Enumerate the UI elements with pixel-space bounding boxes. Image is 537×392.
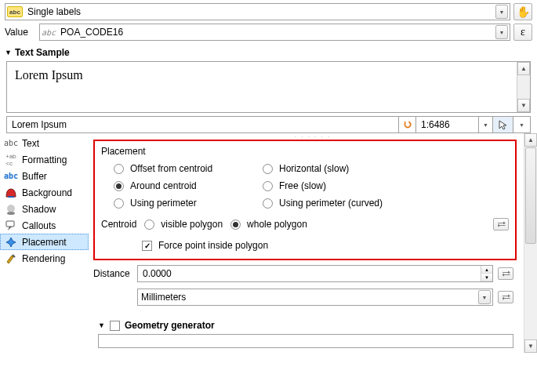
placement-icon [5, 236, 17, 249]
data-defined-override-button[interactable]: ⮂ [498, 291, 513, 303]
sidebar-item-callouts[interactable]: Callouts [0, 217, 89, 234]
spin-up-icon[interactable]: ▲ [481, 266, 492, 274]
scroll-down-icon[interactable]: ▼ [517, 99, 530, 112]
text-sample-header[interactable]: ▼ Text Sample [0, 44, 537, 61]
sidebar-item-label: Placement [22, 237, 67, 248]
value-field-combo[interactable]: abc POA_CODE16 ▼ [39, 24, 510, 41]
buffer-icon: abc [5, 170, 17, 183]
radio-label: Offset from centroid [130, 163, 212, 174]
map-identify-button[interactable] [492, 117, 513, 132]
distance-spinbox[interactable]: ▲ ▼ [137, 265, 493, 282]
data-defined-override-button[interactable]: ⮂ [498, 267, 513, 280]
radio-label: Free (slow) [279, 180, 326, 191]
distance-label: Distance [93, 268, 132, 279]
radio-offset-from-centroid[interactable]: Offset from centroid [114, 163, 255, 174]
placement-panel: · · · · · · Placement Offset from centro… [89, 133, 537, 353]
panel-scrollbar[interactable]: ▲ ▼ [524, 133, 537, 353]
text-icon: abc [5, 137, 17, 150]
spin-down-icon[interactable]: ▼ [481, 274, 492, 281]
preview-scrollbar[interactable]: ▲ ▼ [517, 62, 530, 112]
sidebar-item-formatting[interactable]: +ab<c Formatting [0, 151, 89, 168]
radio-around-centroid[interactable]: Around centroid [114, 180, 255, 191]
sidebar-item-label: Shadow [22, 204, 56, 215]
callouts-icon [5, 220, 17, 232]
geometry-generator-checkbox[interactable] [110, 321, 120, 331]
radio-icon [263, 164, 273, 174]
svg-rect-2 [6, 221, 14, 227]
checkbox-label: Force point inside polygon [158, 240, 268, 251]
radio-icon [114, 181, 124, 191]
geometry-generator-label: Geometry generator [125, 320, 215, 331]
disclosure-triangle-icon: ▼ [5, 49, 12, 56]
radio-horizontal[interactable]: Horizontal (slow) [263, 163, 419, 174]
label-settings-sidebar: abc Text +ab<c Formatting abc Buffer Bac… [0, 133, 89, 353]
radio-label: Horizontal (slow) [279, 163, 349, 174]
radio-using-perimeter[interactable]: Using perimeter [114, 198, 255, 209]
geometry-generator-expression-box[interactable] [98, 334, 513, 348]
scroll-up-icon[interactable]: ▲ [524, 133, 537, 147]
scroll-down-icon[interactable]: ▼ [524, 339, 537, 353]
cursor-icon [498, 119, 509, 130]
checkbox-force-point-inside[interactable]: Force point inside polygon [142, 240, 509, 251]
sidebar-item-label: Rendering [22, 253, 65, 264]
preview-rendered-text: Lorem Ipsum [15, 68, 83, 82]
value-field-name: POA_CODE16 [59, 27, 492, 38]
distance-input[interactable] [138, 268, 481, 279]
sidebar-item-placement[interactable]: Placement [0, 234, 89, 250]
scroll-track[interactable] [517, 75, 530, 99]
chevron-down-icon: ▼ [519, 122, 524, 128]
chevron-down-icon: ▼ [495, 25, 508, 39]
labeling-mode-combo[interactable]: abc Single labels ▼ [5, 3, 510, 20]
reset-sample-button[interactable] [398, 117, 415, 132]
checkbox-icon [142, 241, 152, 251]
hand-icon: ✋ [517, 5, 530, 18]
formatting-icon: +ab<c [5, 154, 17, 166]
sidebar-item-label: Text [22, 138, 39, 149]
geometry-generator-header[interactable]: ▼ Geometry generator [98, 320, 532, 331]
field-type-icon: abc [42, 28, 56, 37]
sample-text-input[interactable] [7, 117, 398, 132]
background-icon [5, 187, 17, 199]
chevron-down-icon: ▼ [482, 118, 489, 132]
scale-input-cell[interactable]: 1:6486 [415, 117, 478, 132]
text-sample-title: Text Sample [15, 47, 70, 58]
scroll-up-icon[interactable]: ▲ [517, 62, 530, 75]
scroll-thumb[interactable] [525, 147, 536, 244]
sidebar-item-shadow[interactable]: Shadow [0, 201, 89, 217]
override-icon: ⮂ [502, 269, 510, 278]
sidebar-item-rendering[interactable]: Rendering [0, 250, 89, 267]
sidebar-item-text[interactable]: abc Text [0, 135, 89, 151]
radio-label: whole polygon [247, 219, 307, 230]
scale-extra-button[interactable]: ▼ [513, 117, 530, 132]
radio-label: Around centroid [130, 180, 197, 191]
radio-label: Using perimeter [130, 198, 197, 209]
auto-labeling-button[interactable]: ✋ [513, 3, 532, 20]
svg-point-1 [7, 212, 15, 215]
data-defined-override-button[interactable]: ⮂ [493, 218, 509, 230]
shadow-icon [5, 203, 17, 216]
chevron-down-icon: ▼ [478, 290, 491, 304]
disclosure-triangle-icon: ▼ [98, 321, 105, 329]
radio-icon [230, 220, 241, 230]
radio-icon [263, 198, 273, 209]
radio-free[interactable]: Free (slow) [263, 180, 419, 191]
scale-dropdown-button[interactable]: ▼ [478, 117, 492, 132]
radio-icon [114, 198, 124, 209]
sidebar-item-buffer[interactable]: abc Buffer [0, 168, 89, 184]
distance-unit-combo[interactable]: Millimeters ▼ [137, 289, 493, 306]
expression-button[interactable]: ε [513, 24, 532, 41]
radio-using-perimeter-curved[interactable]: Using perimeter (curved) [263, 198, 419, 209]
centroid-label: Centroid [101, 219, 136, 230]
radio-icon [263, 181, 273, 191]
sidebar-item-label: Callouts [22, 220, 56, 231]
scroll-track[interactable] [524, 245, 537, 339]
radio-whole-polygon[interactable]: whole polygon [230, 219, 307, 230]
single-labels-icon: abc [7, 6, 23, 17]
sidebar-item-background[interactable]: Background [0, 184, 89, 201]
radio-visible-polygon[interactable]: visible polygon [144, 219, 223, 230]
placement-highlighted-region: Placement Offset from centroid Horizonta… [93, 140, 517, 260]
sidebar-item-label: Buffer [22, 171, 47, 182]
radio-label: Using perimeter (curved) [279, 198, 383, 209]
radio-icon [144, 220, 154, 230]
sidebar-item-label: Formatting [22, 154, 67, 165]
